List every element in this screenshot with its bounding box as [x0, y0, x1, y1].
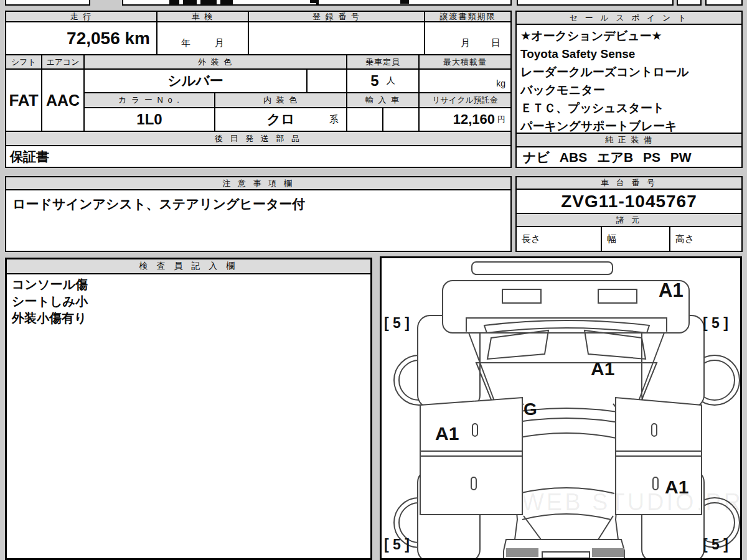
recycle-amount: 12,160 — [453, 111, 495, 128]
exterior-color-sub-cell — [308, 70, 347, 93]
tire-depth-rear-left: [ 5 ] — [384, 536, 410, 553]
interior-color-name: クロ — [266, 110, 294, 129]
inspector-line: シートしみ小 — [12, 293, 365, 310]
top-cropped-cell — [677, 0, 702, 6]
watermark-text: WEB STUDIO.PRO — [522, 489, 740, 515]
sales-point-line: パーキングサポートブレーキ — [520, 117, 738, 134]
chassis-header: 車 台 番 号 — [517, 177, 741, 190]
inspector-body: コンソール傷 シートしみ小 外装小傷有り — [7, 274, 370, 558]
sales-points-table: セ ー ル ス ポ イ ン ト ★オークションデビュー★ Toyota Safe… — [515, 11, 743, 168]
top-cropped-cell — [122, 0, 317, 6]
later-parts-header: 後 日 発 送 部 品 — [6, 132, 510, 146]
sales-point-line: ★オークションデビュー★ — [520, 27, 738, 45]
max-load-header: 最大積載量 — [420, 55, 510, 70]
capacity-header: 乗車定員 — [347, 55, 420, 70]
cropped-glyph — [183, 0, 197, 5]
interior-color-value: クロ 系 — [215, 108, 347, 132]
front-strip-shape — [472, 262, 613, 274]
import-value-cell — [347, 108, 383, 132]
aircon-header: エアコン — [42, 55, 85, 70]
transfer-deadline-value: 月 日 — [425, 22, 510, 55]
license-plate-shape — [542, 552, 590, 558]
capacity-value: 5 人 — [347, 70, 420, 93]
later-parts-text: 保証書 — [6, 149, 49, 164]
top-cropped-cell — [517, 0, 674, 6]
sales-points-body: ★オークションデビュー★ Toyota Safety Sense レーダークルー… — [517, 25, 741, 134]
car-top-view-diagram: WEB STUDIO.PRO A1 A1 G A1 A1 [ 5 ] [ 5 ]… — [382, 258, 740, 558]
transfer-month-label: 月 — [461, 37, 470, 49]
equipment-value: ナビ ABS エアB PS PW — [517, 147, 741, 167]
cropped-glyph — [169, 0, 179, 5]
auction-sheet: 走 行 車 検 登 録 番 号 譲渡書類期限 72,056 km 年 月 月 日… — [0, 0, 747, 560]
inspection-value: 年 月 — [157, 22, 249, 55]
caution-header: 注 意 事 項 欄 — [6, 177, 510, 190]
capacity-unit: 人 — [387, 75, 395, 86]
inspector-line: 外装小傷有り — [12, 310, 365, 327]
later-parts-value: 保証書 — [6, 146, 510, 167]
specs-header: 諸 元 — [517, 214, 741, 227]
shift-value: FAT — [6, 70, 42, 132]
cropped-glyph — [220, 0, 233, 5]
length-cell: 長さ — [517, 227, 602, 251]
inspector-table: 検 査 員 記 入 欄 コンソール傷 シートしみ小 外装小傷有り — [5, 258, 372, 560]
shift-header: シフト — [6, 55, 42, 70]
exterior-color-value: シルバー — [85, 70, 308, 93]
equipment-header: 純 正 装 備 — [517, 134, 741, 147]
transfer-deadline-header: 譲渡書類期限 — [425, 12, 510, 22]
chassis-table: 車 台 番 号 ZVG11-1045767 諸 元 長さ 幅 高さ — [515, 176, 743, 252]
aircon-value: AAC — [42, 70, 85, 132]
sales-point-line: レーダークルーズコントロール — [520, 63, 738, 81]
height-cell: 高さ — [670, 227, 741, 251]
interior-color-header: 内 装 色 — [215, 93, 347, 108]
top-cropped-cell — [5, 0, 90, 6]
headlight-right-shape — [585, 330, 646, 359]
recycle-value: 12,160 円 — [420, 108, 510, 132]
import-header: 輸 入 車 — [347, 93, 420, 108]
exterior-color-header: 外 装 色 — [85, 55, 347, 70]
registration-header: 登 録 番 号 — [249, 12, 425, 22]
import-value-cell — [383, 108, 420, 132]
capacity-number: 5 — [370, 72, 378, 90]
top-cropped-cell — [705, 0, 743, 6]
top-cropped-cell — [317, 0, 512, 6]
damage-diagram-box: WEB STUDIO.PRO A1 A1 G A1 A1 [ 5 ] [ 5 ]… — [380, 256, 742, 560]
color-no-header: カ ラ ー N o . — [85, 93, 215, 108]
sales-points-header: セ ー ル ス ポ イ ン ト — [517, 12, 741, 25]
sales-point-line: バックモニター — [520, 81, 738, 99]
cropped-glyph — [310, 0, 318, 3]
recycle-unit: 円 — [497, 114, 505, 125]
color-no-value: 1L0 — [85, 108, 215, 132]
tire-depth-rear-right: [ 5 ] — [703, 536, 728, 553]
cropped-glyph — [400, 0, 409, 4]
chassis-value: ZVG11-1045767 — [517, 190, 741, 214]
sales-point-line: ＥＴＣ、プッシュスタート — [520, 99, 738, 117]
max-load-value: kg — [420, 70, 510, 93]
damage-code-hood: A1 — [591, 358, 614, 379]
inspection-month-label: 月 — [215, 37, 224, 49]
interior-color-kei: 系 — [329, 114, 339, 126]
mileage-header: 走 行 — [6, 12, 157, 22]
damage-code-right-rear-door: A1 — [665, 477, 688, 497]
sales-point-line: Toyota Safety Sense — [520, 45, 738, 63]
tire-depth-front-right: [ 5 ] — [703, 315, 728, 331]
headlight-left-shape — [487, 330, 548, 359]
vehicle-info-table: 走 行 車 検 登 録 番 号 譲渡書類期限 72,056 km 年 月 月 日… — [5, 11, 512, 168]
recycle-header: リサイクル預託金 — [420, 93, 510, 108]
inspector-line: コンソール傷 — [12, 276, 365, 293]
roof-front-line — [514, 433, 619, 439]
tire-depth-front-left: [ 5 ] — [384, 315, 410, 331]
inspector-header: 検 査 員 記 入 欄 — [7, 259, 370, 274]
mileage-value: 72,056 km — [6, 22, 157, 55]
width-cell: 幅 — [602, 227, 670, 251]
damage-code-windshield: G — [524, 399, 537, 419]
front-bumper-shape — [443, 281, 689, 333]
caution-body: ロードサインアシスト、ステアリングヒーター付 — [6, 190, 510, 251]
damage-code-left-front-door: A1 — [435, 423, 459, 444]
caution-table: 注 意 事 項 欄 ロードサインアシスト、ステアリングヒーター付 — [5, 176, 512, 252]
caution-text: ロードサインアシスト、ステアリングヒーター付 — [6, 190, 510, 218]
inspection-header: 車 検 — [157, 12, 249, 22]
cropped-glyph — [200, 0, 217, 5]
inspection-year-label: 年 — [181, 37, 190, 49]
damage-code-front-bumper: A1 — [659, 279, 684, 301]
max-load-unit: kg — [496, 78, 505, 88]
